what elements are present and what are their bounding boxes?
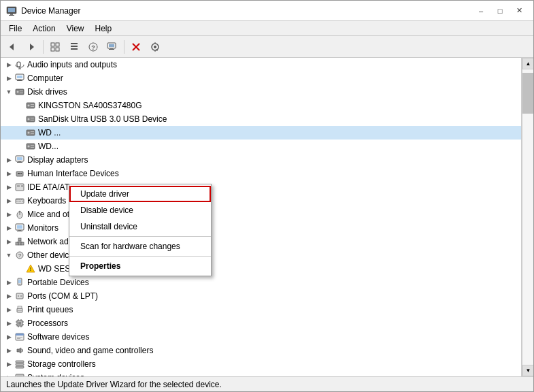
keyboard-label: Keyboards [27, 196, 66, 206]
svg-rect-40 [31, 106, 34, 107]
ctx-properties[interactable]: Properties [69, 258, 211, 274]
svg-rect-89 [18, 280, 21, 283]
svg-rect-36 [20, 93, 23, 93]
maximize-button[interactable]: □ [491, 4, 509, 18]
tree-item-display[interactable]: ▶ Display adapters [1, 153, 521, 167]
app-icon [6, 5, 17, 16]
scroll-down-btn[interactable]: ▼ [522, 365, 533, 376]
tree-item-portable[interactable]: ▶ Portable Devices [1, 276, 521, 289]
system-label: System devices [27, 373, 84, 376]
tree-item-wd2[interactable]: WD... [1, 140, 521, 153]
minimize-button[interactable]: – [472, 4, 490, 18]
menu-help[interactable]: Help [90, 22, 118, 35]
svg-text:?: ? [91, 44, 95, 51]
tree-item-audio[interactable]: ▶ Audio inputs and outputs [1, 58, 521, 71]
svg-rect-32 [17, 80, 22, 81]
tree-item-sandisk[interactable]: SanDisk Ultra USB 3.0 USB Device [1, 112, 521, 126]
mice-icon [14, 209, 25, 220]
scrollbar-thumb[interactable] [522, 73, 533, 114]
tree-item-disk[interactable]: ▼ Disk drives [1, 85, 521, 99]
expand-monitors[interactable]: ▶ [3, 223, 14, 233]
svg-rect-75 [17, 225, 22, 229]
svg-point-42 [28, 118, 30, 120]
expand-mice[interactable]: ▶ [3, 209, 14, 220]
toolbar-collapse[interactable] [65, 39, 83, 55]
processors-label: Processors [27, 318, 68, 328]
menu-view[interactable]: View [61, 22, 90, 35]
svg-rect-62 [21, 185, 23, 187]
kingston-label: KINGSTON SA400S37480G [38, 101, 142, 110]
toolbar-scan[interactable] [146, 39, 164, 55]
toolbar-forward[interactable] [22, 39, 40, 55]
toolbar-back[interactable] [3, 39, 21, 55]
scroll-up-btn[interactable]: ▲ [522, 58, 533, 69]
expand-disk[interactable]: ▼ [3, 86, 14, 97]
ctx-scan-hardware[interactable]: Scan for hardware changes [69, 238, 211, 255]
toolbar-expand[interactable] [46, 39, 64, 55]
menu-action[interactable]: Action [27, 22, 61, 35]
tree-item-human[interactable]: ▶ Human Interface Devices [1, 167, 521, 180]
tree-item-storage[interactable]: ▶ Storage controllers [1, 357, 521, 371]
scrollbar-track[interactable] [522, 69, 533, 365]
svg-rect-39 [31, 104, 34, 105]
keyboard-icon [14, 195, 25, 206]
tree-item-system[interactable]: ▶ System devices [1, 371, 521, 376]
tree-item-software[interactable]: ▶ Software devices [1, 330, 521, 344]
svg-rect-61 [17, 185, 20, 187]
vertical-scrollbar[interactable]: ▲ ▼ [522, 58, 533, 376]
toolbar-sep2 [124, 40, 124, 54]
tree-item-wd1[interactable]: WD ... [1, 126, 521, 140]
tree-view[interactable]: ▶ Audio inputs and outputs ▶ [1, 58, 522, 376]
sandisk-label: SanDisk Ultra USB 3.0 USB Device [38, 114, 167, 124]
svg-marker-4 [10, 44, 14, 50]
expand-sandisk [14, 114, 25, 125]
svg-rect-8 [51, 48, 54, 51]
toolbar: ? [1, 36, 533, 58]
expand-ports[interactable]: ▶ [3, 291, 14, 301]
expand-storage[interactable]: ▶ [3, 359, 14, 370]
svg-rect-43 [31, 118, 34, 118]
tree-item-processors[interactable]: ▶ Processors [1, 316, 521, 330]
tree-item-computer[interactable]: ▶ Computer [1, 71, 521, 85]
expand-keyboard[interactable]: ▶ [3, 195, 14, 206]
human-icon [14, 168, 25, 179]
toolbar-help[interactable]: ? [84, 39, 102, 55]
device-manager-window: Device Manager – □ ✕ File Action View He… [0, 0, 534, 392]
tree-item-print[interactable]: ▶ Print queues [1, 303, 521, 316]
monitors-label: Monitors [27, 223, 59, 233]
svg-rect-79 [18, 242, 21, 245]
expand-network[interactable]: ▶ [3, 236, 14, 247]
expand-print[interactable]: ▶ [3, 304, 14, 315]
menu-file[interactable]: File [3, 22, 27, 35]
svg-rect-7 [56, 43, 59, 46]
tree-item-ports[interactable]: ▶ Ports (COM & LPT) [1, 289, 521, 303]
svg-rect-97 [18, 306, 22, 308]
software-icon [14, 331, 25, 342]
expand-computer[interactable]: ▶ [3, 73, 14, 84]
wd1-icon [25, 127, 36, 138]
ctx-disable-device[interactable]: Disable device [69, 202, 211, 218]
expand-audio[interactable]: ▶ [3, 59, 14, 70]
wd1-label: WD ... [38, 128, 61, 137]
expand-sound[interactable]: ▶ [3, 345, 14, 356]
ctx-update-driver[interactable]: Update driver [69, 186, 211, 202]
toolbar-delete[interactable] [127, 39, 145, 55]
toolbar-devmgr[interactable] [103, 39, 121, 55]
close-button[interactable]: ✕ [510, 4, 528, 18]
expand-processors[interactable]: ▶ [3, 318, 14, 329]
expand-portable[interactable]: ▶ [3, 277, 14, 288]
expand-software[interactable]: ▶ [3, 331, 14, 342]
expand-human[interactable]: ▶ [3, 168, 14, 179]
storage-label: Storage controllers [27, 359, 96, 369]
ctx-uninstall-device[interactable]: Uninstall device [69, 218, 211, 235]
expand-ide[interactable]: ▶ [3, 182, 14, 193]
expand-other[interactable]: ▼ [3, 250, 14, 261]
tree-item-kingston[interactable]: KINGSTON SA400S37480G [1, 99, 521, 112]
svg-text:!: ! [30, 267, 31, 272]
wd2-label: WD... [38, 142, 59, 151]
expand-system[interactable]: ▶ [3, 372, 14, 376]
svg-rect-81 [18, 238, 21, 241]
expand-display[interactable]: ▶ [3, 154, 14, 165]
tree-item-sound[interactable]: ▶ Sound, video and game controllers [1, 344, 521, 357]
svg-rect-9 [56, 48, 59, 51]
